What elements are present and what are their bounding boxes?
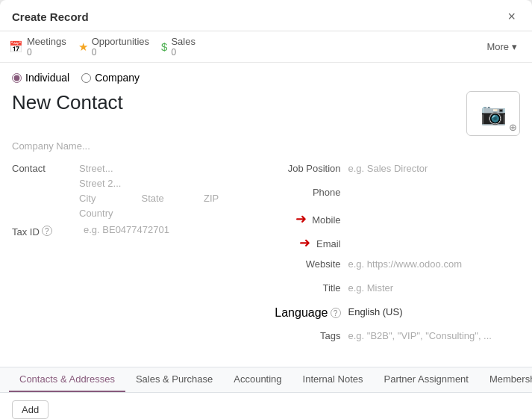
toolbar: 📅 Meetings 0 ★ Opportunities 0 $ Sales 0… <box>0 31 532 63</box>
tabs-bar: Contacts & Addresses Sales & Purchase Ac… <box>0 367 532 393</box>
form-body: Individual Company New Contact 📷 ⊕ Compa… <box>0 63 532 361</box>
email-field-row: ➜ Email <box>274 232 521 252</box>
zip-placeholder[interactable]: ZIP <box>204 190 259 204</box>
website-label: Website <box>274 256 348 270</box>
language-field-row: Language ? English (US) <box>274 304 521 323</box>
toolbar-meetings[interactable]: 📅 Meetings 0 <box>9 36 66 58</box>
contact-label: Contact <box>12 161 79 174</box>
close-button[interactable]: × <box>503 7 520 26</box>
job-position-placeholder[interactable]: e.g. Sales Director <box>348 161 521 174</box>
opportunities-label: Opportunities <box>92 36 149 47</box>
address-group: Street... Street 2... City State ZIP Cou… <box>79 161 259 219</box>
toolbar-opportunities[interactable]: ★ Opportunities 0 <box>78 36 149 58</box>
job-position-field-row: Job Position e.g. Sales Director <box>274 161 521 180</box>
website-placeholder[interactable]: e.g. https://www.odoo.com <box>348 256 521 270</box>
company-radio-label[interactable]: Company <box>81 72 140 84</box>
job-position-label: Job Position <box>274 161 348 174</box>
down-arrow-icon: ↓ <box>22 414 31 419</box>
individual-label: Individual <box>25 72 69 84</box>
record-title: New Contact <box>12 91 123 114</box>
language-label-group: Language ? <box>274 304 348 320</box>
record-type-group: Individual Company <box>12 72 520 84</box>
tax-id-field-row: Tax ID ? e.g. BE0477472701 <box>12 222 259 241</box>
tab-content-area: Add <box>0 393 532 419</box>
right-column: Job Position e.g. Sales Director Phone ➜… <box>274 161 521 352</box>
avatar-add-icon: ⊕ <box>509 122 517 133</box>
tab-accounting[interactable]: Accounting <box>223 367 292 392</box>
email-arrow-icon: ➜ <box>299 235 310 251</box>
dollar-icon: $ <box>161 40 167 53</box>
city-placeholder[interactable]: City <box>79 190 134 204</box>
individual-radio-label[interactable]: Individual <box>12 72 69 84</box>
language-value[interactable]: English (US) <box>348 304 521 317</box>
company-label: Company <box>95 72 140 84</box>
create-record-dialog: Create Record × 📅 Meetings 0 ★ Opportuni… <box>0 0 532 419</box>
title-field-row: Title e.g. Mister <box>274 280 521 299</box>
mobile-label: ➜ Mobile <box>274 208 348 227</box>
form-grid: Contact Street... Street 2... City State… <box>12 161 520 352</box>
avatar-placeholder[interactable]: 📷 ⊕ <box>466 91 520 136</box>
opportunities-count: 0 <box>92 47 149 58</box>
record-title-row: New Contact 📷 ⊕ <box>12 91 520 136</box>
language-label: Language <box>275 306 328 320</box>
star-icon: ★ <box>78 40 88 54</box>
email-label: ➜ Email <box>274 232 348 251</box>
company-radio[interactable] <box>81 73 91 83</box>
phone-value[interactable] <box>348 184 521 187</box>
chevron-down-icon: ▾ <box>512 41 517 52</box>
meetings-count: 0 <box>27 47 66 58</box>
toolbar-sales[interactable]: $ Sales 0 <box>161 36 195 58</box>
phone-label: Phone <box>274 184 348 198</box>
country-placeholder[interactable]: Country <box>79 205 259 219</box>
phone-field-row: Phone <box>274 184 521 204</box>
tab-membership[interactable]: Membership <box>479 367 532 392</box>
sales-count: 0 <box>171 47 195 58</box>
tax-id-help-icon[interactable]: ? <box>42 226 52 236</box>
tax-id-label: Tax ID <box>12 224 40 238</box>
contact-field-row: Contact Street... Street 2... City State… <box>12 161 259 219</box>
more-button[interactable]: More ▾ <box>481 38 523 55</box>
state-placeholder[interactable]: State <box>142 190 197 204</box>
language-help-icon[interactable]: ? <box>331 308 341 318</box>
meetings-label: Meetings <box>27 36 66 47</box>
street2-placeholder[interactable]: Street 2... <box>79 176 259 189</box>
mobile-arrow-icon: ➜ <box>295 211 307 227</box>
tags-label: Tags <box>274 328 348 341</box>
dialog-title: Create Record <box>12 10 89 23</box>
individual-radio[interactable] <box>12 73 22 83</box>
mobile-field-row: ➜ Mobile <box>274 208 521 228</box>
tax-id-label-group: Tax ID ? <box>12 222 79 238</box>
left-column: Contact Street... Street 2... City State… <box>12 161 259 352</box>
street-placeholder[interactable]: Street... <box>79 161 259 174</box>
tab-internal-notes[interactable]: Internal Notes <box>292 367 374 392</box>
camera-icon: 📷 <box>481 102 507 126</box>
title-label: Title <box>274 280 348 294</box>
dialog-header: Create Record × <box>0 0 532 31</box>
company-name-placeholder[interactable]: Company Name... <box>12 140 520 152</box>
tax-id-placeholder[interactable]: e.g. BE0477472701 <box>79 222 169 235</box>
title-placeholder[interactable]: e.g. Mister <box>348 280 521 294</box>
mobile-value[interactable] <box>348 208 521 211</box>
email-value[interactable] <box>348 232 521 235</box>
sales-label: Sales <box>171 36 195 47</box>
website-field-row: Website e.g. https://www.odoo.com <box>274 256 521 276</box>
tab-contacts-addresses[interactable]: Contacts & Addresses <box>9 367 125 392</box>
tab-partner-assignment[interactable]: Partner Assignment <box>374 367 479 392</box>
tags-placeholder[interactable]: e.g. "B2B", "VIP", "Consulting", ... <box>348 328 521 341</box>
tags-field-row: Tags e.g. "B2B", "VIP", "Consulting", ..… <box>274 328 521 347</box>
tab-sales-purchase[interactable]: Sales & Purchase <box>125 367 223 392</box>
city-state-zip-row: City State ZIP <box>79 190 259 204</box>
calendar-icon: 📅 <box>9 40 23 54</box>
more-label: More <box>486 41 509 52</box>
